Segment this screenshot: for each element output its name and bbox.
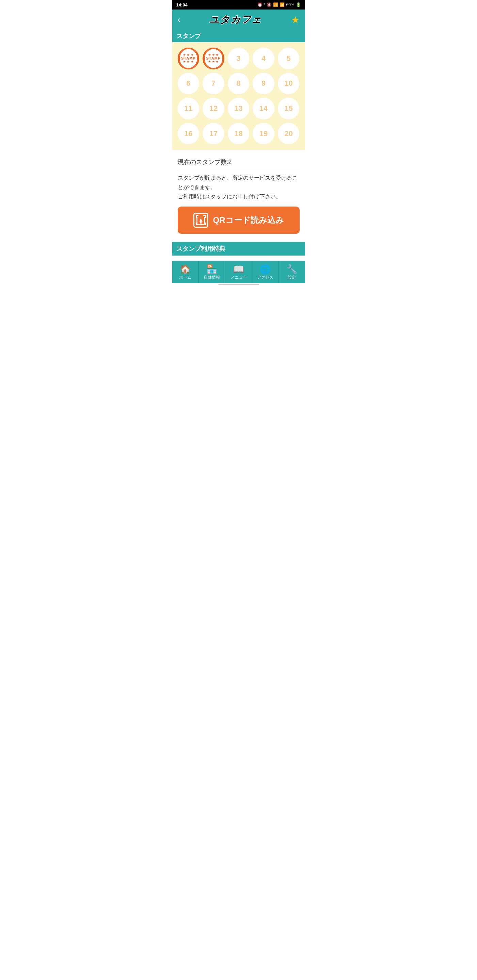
stamp-slot-9: 9 — [253, 73, 274, 95]
benefits-section-title: スタンプ利用特典 — [172, 242, 305, 256]
nav-label-settings: 設定 — [288, 275, 296, 280]
stamp-number-19: 19 — [260, 129, 268, 138]
stamp-stars-2b: ★ ★ ★ — [208, 60, 219, 63]
nav-label-access: アクセス — [257, 275, 273, 280]
mute-icon: 🔇 — [266, 2, 272, 7]
status-bar: 14:04 ⏰ * 🔇 📶 📶 60% 🔋 — [172, 0, 305, 10]
home-icon: 🏠 — [180, 265, 191, 274]
stamp-slot-2: ★ ★ ★ STAMP ★ ★ ★ — [203, 48, 224, 69]
stamp-badge-1: ★ ★ ★ STAMP ★ ★ ★ — [178, 48, 199, 69]
svg-rect-7 — [205, 223, 206, 225]
stamp-badge-2: ★ ★ ★ STAMP ★ ★ ★ — [203, 48, 224, 69]
app-header: ‹ ユタカフェ ★ — [172, 10, 305, 30]
stamp-number-20: 20 — [284, 129, 292, 138]
svg-rect-5 — [196, 223, 197, 225]
status-icons: ⏰ * 🔇 📶 📶 60% 🔋 — [257, 2, 301, 7]
stamp-section-title: スタンプ — [172, 30, 305, 42]
stamp-number-8: 8 — [236, 79, 240, 88]
stamp-number-13: 13 — [234, 104, 242, 113]
benefits-content-area — [172, 256, 305, 261]
stamp-number-3: 3 — [236, 54, 240, 63]
nav-label-store: 店舗情報 — [204, 275, 220, 280]
stamp-slot-13: 13 — [228, 98, 250, 119]
back-button[interactable]: ‹ — [178, 15, 180, 24]
indicator-bar — [218, 284, 259, 285]
stamp-slot-1: ★ ★ ★ STAMP ★ ★ ★ — [178, 48, 199, 69]
qr-scan-button[interactable]: QRコード読み込み — [178, 207, 300, 234]
bluetooth-icon: * — [264, 2, 266, 7]
menu-icon: 📖 — [233, 265, 244, 274]
status-time: 14:04 — [176, 2, 188, 8]
stamp-slot-8: 8 — [228, 73, 250, 95]
stamp-stars-2: ★ ★ ★ — [208, 53, 219, 56]
stamp-number-11: 11 — [184, 104, 192, 113]
stamp-number-9: 9 — [262, 79, 266, 88]
home-indicator — [172, 283, 305, 285]
stamp-slot-16: 16 — [178, 123, 199, 145]
stamp-slot-14: 14 — [253, 98, 274, 119]
stamp-text-1: STAMP — [181, 56, 196, 60]
stamp-number-17: 17 — [209, 129, 217, 138]
stamp-text-2: STAMP — [206, 56, 221, 60]
stamp-grid: ★ ★ ★ STAMP ★ ★ ★ ★ ★ ★ STAMP ★ ★ ★ 3 4 … — [178, 48, 300, 144]
alarm-icon: ⏰ — [257, 2, 263, 7]
stamp-number-12: 12 — [209, 104, 217, 113]
signal-icon: 📶 — [279, 2, 285, 7]
qr-button-label: QRコード読み込み — [213, 215, 284, 226]
stamp-slot-17: 17 — [203, 123, 224, 145]
svg-rect-4 — [196, 224, 198, 225]
stamp-number-5: 5 — [287, 54, 291, 63]
info-section: 現在のスタンプ数:2 スタンプが貯まると、所定のサービスを受けることができます。… — [172, 150, 305, 242]
stamp-slot-5: 5 — [278, 48, 300, 69]
stamp-number-15: 15 — [284, 104, 292, 113]
stamp-number-10: 10 — [284, 79, 292, 88]
wifi-icon: 📶 — [273, 2, 278, 7]
stamp-area: ★ ★ ★ STAMP ★ ★ ★ ★ ★ ★ STAMP ★ ★ ★ 3 4 … — [172, 42, 305, 150]
app-logo: ユタカフェ — [209, 13, 262, 26]
battery-percent: 60% — [286, 2, 294, 7]
settings-icon: 🔧 — [286, 265, 297, 274]
stamp-number-7: 7 — [211, 79, 215, 88]
stamp-slot-20: 20 — [278, 123, 300, 145]
nav-item-settings[interactable]: 🔧 設定 — [279, 261, 305, 283]
stamp-number-14: 14 — [260, 104, 268, 113]
svg-rect-3 — [205, 215, 206, 218]
nav-label-menu: メニュー — [230, 275, 247, 280]
stamp-slot-7: 7 — [203, 73, 224, 95]
qr-scan-icon — [195, 214, 207, 226]
nav-item-menu[interactable]: 📖 メニュー — [225, 261, 252, 283]
nav-item-store[interactable]: 🏪 店舗情報 — [199, 261, 225, 283]
stamp-slot-3: 3 — [228, 48, 250, 69]
stamp-stars-1: ★ ★ ★ — [183, 53, 193, 56]
stamp-number-16: 16 — [184, 129, 192, 138]
stamp-slot-10: 10 — [278, 73, 300, 95]
store-icon: 🏪 — [206, 265, 217, 274]
nav-item-access[interactable]: 🌐 アクセス — [252, 261, 279, 283]
battery-icon: 🔋 — [296, 2, 301, 7]
stamp-description: スタンプが貯まると、所定のサービスを受けることができます。 ご利用時はスタッフに… — [178, 173, 300, 201]
stamp-slot-19: 19 — [253, 123, 274, 145]
stamp-slot-11: 11 — [178, 98, 199, 119]
stamp-slot-18: 18 — [228, 123, 250, 145]
nav-item-home[interactable]: 🏠 ホーム — [172, 261, 199, 283]
svg-marker-8 — [199, 219, 203, 221]
stamp-number-6: 6 — [186, 79, 190, 88]
stamp-number-4: 4 — [262, 54, 266, 63]
stamp-stars-1b: ★ ★ ★ — [183, 60, 193, 63]
stamp-slot-6: 6 — [178, 73, 199, 95]
favorite-button[interactable]: ★ — [291, 14, 300, 25]
nav-label-home: ホーム — [179, 275, 191, 280]
bottom-nav: 🏠 ホーム 🏪 店舗情報 📖 メニュー 🌐 アクセス 🔧 設定 — [172, 261, 305, 283]
stamp-slot-12: 12 — [203, 98, 224, 119]
svg-rect-1 — [196, 215, 197, 218]
svg-rect-9 — [200, 221, 201, 224]
access-icon: 🌐 — [260, 265, 271, 274]
stamp-count-label: 現在のスタンプ数:2 — [178, 155, 300, 169]
qr-icon — [193, 213, 208, 228]
stamp-slot-4: 4 — [253, 48, 274, 69]
stamp-slot-15: 15 — [278, 98, 300, 119]
stamp-number-18: 18 — [234, 129, 242, 138]
